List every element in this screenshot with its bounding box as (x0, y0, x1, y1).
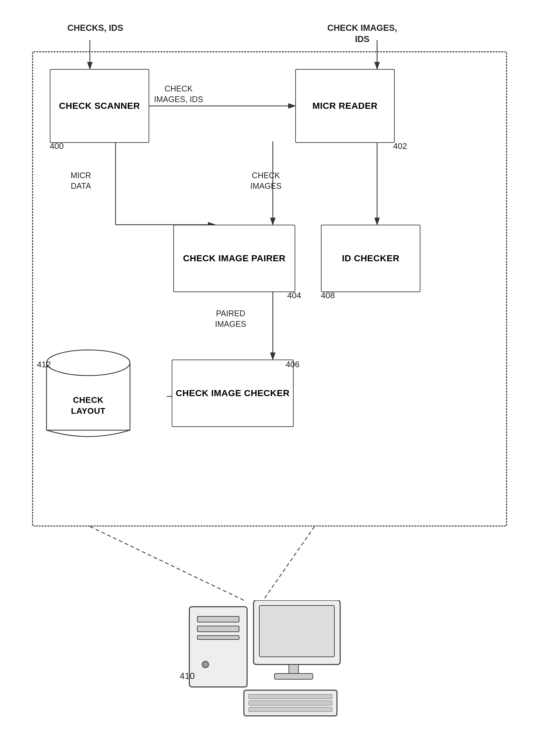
svg-point-13 (47, 350, 130, 376)
computer-illustration: 410 (180, 600, 347, 735)
arrow-label-check-images: CHECKIMAGES (250, 170, 282, 191)
svg-rect-20 (259, 606, 335, 657)
svg-point-18 (202, 661, 209, 668)
input-right-label: CHECK IMAGES,IDS (327, 23, 397, 45)
svg-rect-21 (289, 665, 298, 674)
check-image-pairer-ref: 404 (287, 290, 301, 301)
svg-rect-17 (197, 636, 239, 640)
svg-line-11 (263, 526, 315, 600)
check-layout-label: CHECKLAYOUT (43, 395, 133, 417)
svg-rect-26 (249, 707, 332, 712)
check-image-pairer-block: CHECK IMAGE PAIRER (173, 225, 295, 292)
svg-rect-16 (197, 626, 239, 632)
svg-rect-25 (249, 701, 332, 705)
svg-rect-22 (274, 673, 313, 679)
computer-ref: 410 (180, 671, 195, 681)
id-checker-block: ID CHECKER (321, 225, 420, 292)
diagram-container: CHECKS, IDS CHECK IMAGES,IDS (26, 19, 533, 745)
svg-line-10 (90, 526, 244, 600)
arrow-label-paired-images: PAIREDIMAGES (215, 308, 246, 329)
check-image-checker-block: CHECK IMAGE CHECKER (172, 360, 294, 427)
micr-reader-ref: 402 (393, 141, 407, 151)
id-checker-ref: 408 (321, 290, 335, 301)
check-scanner-block: CHECK SCANNER (50, 69, 149, 143)
check-layout-cylinder: CHECKLAYOUT (43, 347, 133, 446)
micr-reader-block: MICR READER (295, 69, 395, 143)
check-layout-ref: 412 (37, 360, 51, 369)
svg-rect-15 (197, 616, 239, 622)
svg-rect-24 (249, 694, 332, 699)
input-left-label: CHECKS, IDS (68, 23, 123, 34)
arrow-label-micr-data: MICRDATA (71, 170, 91, 191)
check-image-checker-ref: 406 (286, 360, 299, 369)
arrow-label-check-images-ids: CHECKIMAGES, IDS (154, 83, 203, 104)
check-scanner-ref: 400 (50, 141, 63, 151)
